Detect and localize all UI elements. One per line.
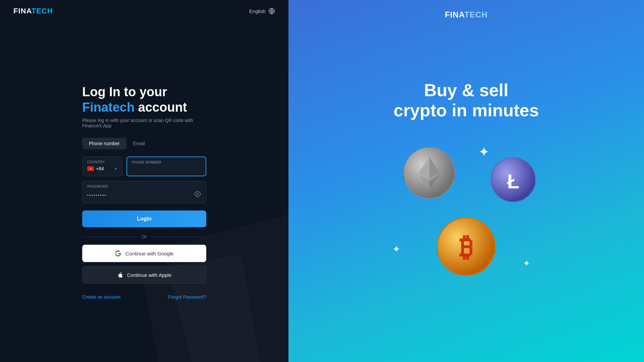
login-button[interactable]: Login [82,210,206,227]
logo-atech: TECH [32,7,53,15]
apple-signin-button[interactable]: Continue with Apple [82,266,206,284]
logo: FINATECH [13,7,53,15]
google-icon [115,250,121,257]
google-button-label: Continue with Google [125,251,173,256]
brand-blue: Finatech [82,100,135,114]
eye-icon[interactable] [194,190,201,199]
tab-email[interactable]: Email [126,138,152,149]
ethereum-coin [402,147,456,201]
right-logo: FINATECH [445,10,488,19]
logo-fin: FINA [13,7,32,15]
country-field[interactable]: COUNTRY +84 ▼ [82,157,122,176]
password-label: PASSWORD [87,185,201,188]
login-subtext: Please log in with your account or scan … [82,118,206,128]
svg-text:Ł: Ł [507,170,520,193]
phone-input[interactable] [132,167,201,172]
phone-input-row: COUNTRY +84 ▼ PHONE NUMBER [82,157,206,176]
create-account-link[interactable]: Create an account [82,294,120,300]
password-row: ••••••••• [87,190,201,199]
password-field: PASSWORD ••••••••• [82,181,206,203]
or-text: Or [142,234,147,239]
password-dots: ••••••••• [87,193,194,197]
sparkle-right-icon: ✦ [523,259,530,268]
svg-point-4 [197,193,199,195]
tab-phone[interactable]: Phone number [82,138,126,149]
google-signin-button[interactable]: Continue with Google [82,245,206,262]
promo-heading: Buy & sell crypto in minutes [393,80,539,121]
litecoin-coin: Ł [490,158,537,204]
login-heading: Log In to your Finatech account [82,84,206,115]
top-bar: FINATECH English [0,0,288,22]
right-panel: FINATECH Buy & sell crypto in minutes ✦ … [288,0,644,362]
language-selector[interactable]: English [249,8,275,14]
sparkle-left-icon: ✦ [392,244,400,255]
apple-icon [117,272,123,278]
form-area: Log In to your Finatech account Please l… [0,22,288,362]
bitcoin-coin: ₿ [436,218,496,278]
svg-text:₿: ₿ [460,232,473,262]
vietnam-flag [87,166,94,171]
crypto-illustration: ✦ ✦ ✦ [382,141,550,282]
globe-icon [268,8,275,14]
forgot-password-link[interactable]: Forgot Password? [168,294,206,300]
login-tabs: Phone number Email [82,138,206,149]
apple-button-label: Continue with Apple [127,272,172,278]
divider-right [152,237,206,237]
country-label: COUNTRY [87,160,117,164]
bottom-links: Create an account Forgot Password? [82,294,206,300]
country-value: +84 ▼ [87,166,117,171]
chevron-down-icon: ▼ [114,167,117,171]
phone-label: PHONE NUMBER [132,161,201,164]
right-logo-atech: TECH [464,10,487,19]
phone-field[interactable]: PHONE NUMBER [126,157,206,176]
sparkle-top-icon: ✦ [478,144,490,160]
promo-line2: crypto in minutes [393,101,539,120]
promo-line1: Buy & sell [424,80,508,100]
left-panel: FINATECH English Log In to your Finatech… [0,0,288,362]
divider-left [82,237,136,237]
country-code: +84 [96,166,104,171]
right-logo-fin: FINA [445,10,464,19]
language-label: English [249,8,266,14]
or-divider: Or [82,234,206,239]
